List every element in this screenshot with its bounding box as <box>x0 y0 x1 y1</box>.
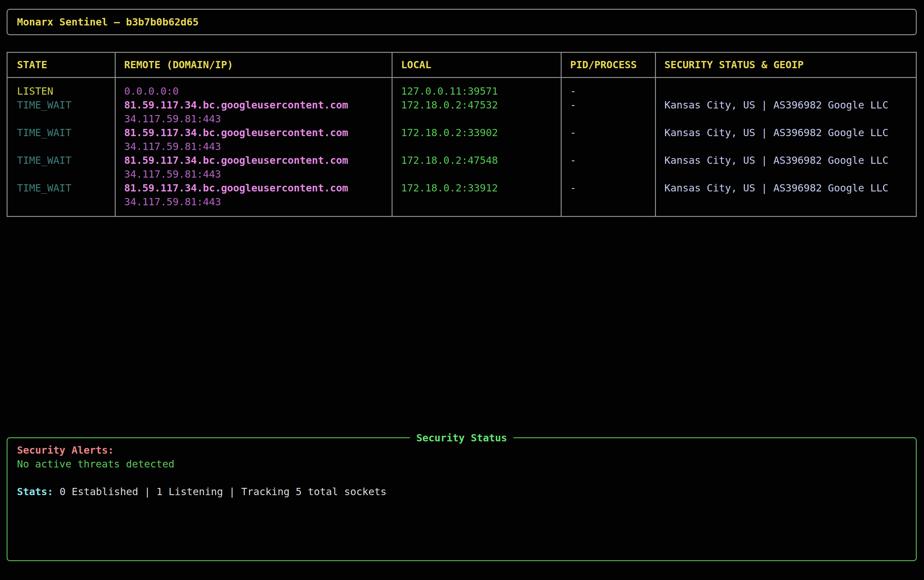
conn-local: 172.18.0.2:33912 <box>391 181 561 209</box>
header-cell-local: LOCAL <box>391 53 561 77</box>
conn-remote-ip: 34.117.59.81:443 <box>124 112 391 126</box>
column-divider <box>655 53 656 216</box>
column-divider <box>561 53 562 216</box>
header-cell-state: STATE <box>8 53 115 77</box>
security-status-panel: Security Status Security Alerts: No acti… <box>7 437 917 561</box>
column-divider <box>391 53 393 216</box>
conn-geoip: Kansas City, US | AS396982 Google LLC <box>655 181 916 209</box>
conn-pid: - <box>561 84 655 98</box>
security-alerts-label: Security Alerts: <box>17 443 916 457</box>
stats-label: Stats: <box>17 486 53 498</box>
terminal-screen: Monarx Sentinel — b3b7b0b62d65 STATE REM… <box>0 0 924 580</box>
conn-remote-ip: 34.117.59.81:443 <box>124 140 391 153</box>
connections-table: STATE REMOTE (DOMAIN/IP) LOCAL PID/PROCE… <box>7 52 917 217</box>
conn-geoip: Kansas City, US | AS396982 Google LLC <box>655 153 916 181</box>
conn-local: 172.18.0.2:47532 <box>391 98 561 126</box>
stats-line: Stats:0 Established | 1 Listening | Trac… <box>17 485 916 499</box>
header-cell-pid: PID/PROCESS <box>561 53 655 77</box>
conn-geoip: Kansas City, US | AS396982 Google LLC <box>655 126 916 153</box>
app-title-bar: Monarx Sentinel — b3b7b0b62d65 <box>7 9 917 35</box>
conn-remote: 81.59.117.34.bc.googleusercontent.com34.… <box>115 126 391 153</box>
conn-remote-domain: 81.59.117.34.bc.googleusercontent.com <box>124 181 391 195</box>
conn-state: TIME_WAIT <box>8 181 115 209</box>
conn-remote-ip: 0.0.0.0:0 <box>124 84 391 98</box>
conn-pid: - <box>561 98 655 126</box>
connection-table-body: LISTEN 0.0.0.0:0 127.0.0.11:39571 - TIME… <box>8 78 916 209</box>
conn-geoip: Kansas City, US | AS396982 Google LLC <box>655 98 916 126</box>
conn-state: TIME_WAIT <box>8 126 115 153</box>
conn-remote-domain: 81.59.117.34.bc.googleusercontent.com <box>124 98 391 112</box>
conn-local: 172.18.0.2:33902 <box>391 126 561 153</box>
conn-remote-domain: 81.59.117.34.bc.googleusercontent.com <box>124 153 391 167</box>
conn-remote-ip: 34.117.59.81:443 <box>124 195 391 209</box>
conn-pid: - <box>561 181 655 209</box>
conn-remote: 81.59.117.34.bc.googleusercontent.com34.… <box>115 181 391 209</box>
conn-state: TIME_WAIT <box>8 153 115 181</box>
conn-remote-ip: 34.117.59.81:443 <box>124 167 391 181</box>
stats-text: 0 Established | 1 Listening | Tracking 5… <box>59 486 386 498</box>
conn-remote: 81.59.117.34.bc.googleusercontent.com34.… <box>115 153 391 181</box>
conn-local: 172.18.0.2:47548 <box>391 153 561 181</box>
column-divider <box>115 53 116 216</box>
conn-remote: 81.59.117.34.bc.googleusercontent.com34.… <box>115 98 391 126</box>
conn-remote: 0.0.0.0:0 <box>115 84 391 98</box>
conn-geoip <box>655 84 916 98</box>
app-title: Monarx Sentinel — b3b7b0b62d65 <box>8 10 916 34</box>
conn-local: 127.0.0.11:39571 <box>391 84 561 98</box>
conn-pid: - <box>561 126 655 153</box>
conn-pid: - <box>561 153 655 181</box>
header-cell-security: SECURITY STATUS & GEOIP <box>655 53 916 77</box>
conn-state: LISTEN <box>8 84 115 98</box>
conn-state: TIME_WAIT <box>8 98 115 126</box>
header-cell-remote: REMOTE (DOMAIN/IP) <box>115 53 391 77</box>
conn-remote-domain: 81.59.117.34.bc.googleusercontent.com <box>124 126 391 140</box>
security-panel-title: Security Status <box>410 431 513 445</box>
table-header-row: STATE REMOTE (DOMAIN/IP) LOCAL PID/PROCE… <box>8 53 916 78</box>
security-alerts-status: No active threats detected <box>17 457 916 471</box>
security-panel-content: Security Alerts: No active threats detec… <box>8 438 916 499</box>
